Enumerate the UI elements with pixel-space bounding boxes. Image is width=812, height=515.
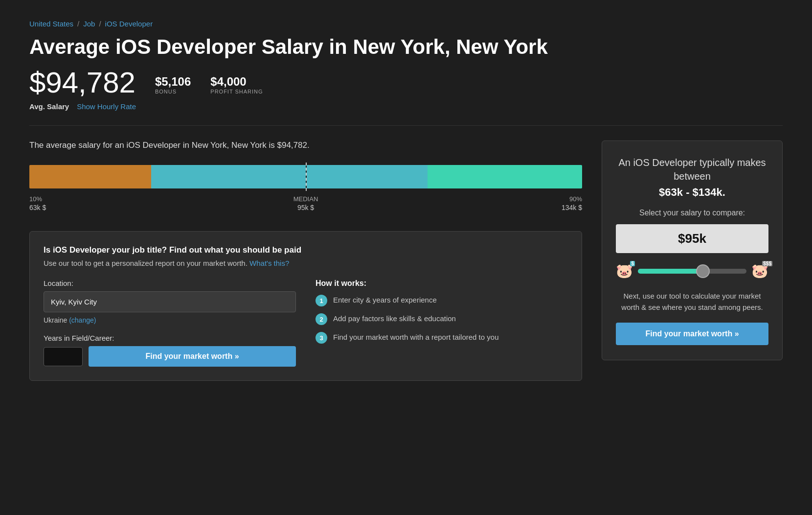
salary-bar — [29, 165, 582, 188]
years-row: Find your market worth » — [44, 346, 296, 367]
bar-label-high: 90% 134k $ — [562, 195, 582, 211]
main-salary: $94,782 — [29, 68, 135, 97]
breadcrumb: United States / Job / iOS Developer — [29, 20, 783, 28]
salary-row: $94,782 $5,106 BONUS $4,000 PROFIT SHARI… — [29, 68, 783, 97]
bar-segment-mid — [151, 165, 428, 188]
right-section: An iOS Developer typically makes between… — [602, 140, 783, 360]
right-title: An iOS Developer typically makes between — [616, 156, 768, 183]
bar-label-median: MEDIAN 95k $ — [293, 195, 318, 211]
step-text-1: Enter city & years of experience — [333, 295, 437, 305]
location-label: Location: — [44, 279, 296, 287]
page-title: Average iOS Developer Salary in New York… — [29, 36, 783, 58]
main-content: The average salary for an iOS Developer … — [29, 140, 783, 381]
bonus-label: BONUS — [155, 89, 191, 94]
tool-form: Location: Ukraine (change) Years in Fiel… — [44, 279, 568, 367]
how-step-2: 2 Add pay factors like skills & educatio… — [316, 313, 568, 325]
page-wrapper: United States / Job / iOS Developer Aver… — [0, 0, 812, 400]
salary-bar-container: 10% 63k $ MEDIAN 95k $ 90% 134k $ — [29, 165, 582, 211]
years-input[interactable] — [44, 347, 83, 366]
bar-label-low: 10% 63k $ — [29, 195, 46, 211]
dollar-right-badge: $$$ — [762, 261, 772, 266]
bar-segment-low — [29, 165, 151, 188]
tool-box: Is iOS Developer your job title? Find ou… — [29, 231, 582, 381]
salary-type-row: Avg. Salary Show Hourly Rate — [29, 102, 783, 111]
high-pct: 90% — [562, 195, 582, 203]
piggy-left-icon: 🐷 $ — [616, 263, 633, 279]
avg-salary-label: Avg. Salary — [29, 102, 69, 111]
slider-thumb[interactable] — [696, 264, 710, 278]
piggy-right-icon: 🐷 $$$ — [751, 263, 768, 279]
step-text-2: Add pay factors like skills & education — [333, 313, 456, 324]
low-val: 63k $ — [29, 204, 46, 211]
step-text-3: Find your market worth with a report tai… — [333, 332, 498, 342]
median-val: 95k $ — [293, 204, 318, 211]
profit-sharing-item: $4,000 PROFIT SHARING — [210, 75, 263, 94]
salary-slider[interactable] — [638, 269, 746, 274]
whats-this-link[interactable]: What's this? — [249, 259, 289, 267]
country-change: Ukraine (change) — [44, 316, 296, 324]
tool-box-subtitle: Use our tool to get a personalized repor… — [44, 259, 568, 267]
right-select-label: Select your salary to compare: — [616, 209, 768, 217]
form-left: Location: Ukraine (change) Years in Fiel… — [44, 279, 296, 367]
step-num-3: 3 — [316, 332, 327, 344]
profit-sharing-label: PROFIT SHARING — [210, 89, 263, 94]
change-link[interactable]: (change) — [69, 316, 96, 324]
right-range: $63k - $134k. — [616, 186, 768, 199]
breadcrumb-job[interactable]: Job — [83, 20, 95, 28]
median-pct: MEDIAN — [293, 195, 318, 203]
median-line — [306, 163, 307, 191]
step-num-1: 1 — [316, 295, 327, 306]
description-text: The average salary for an iOS Developer … — [29, 140, 582, 150]
how-title: How it works: — [316, 279, 568, 288]
show-hourly-link[interactable]: Show Hourly Rate — [77, 102, 136, 111]
step-num-2: 2 — [316, 313, 327, 325]
slider-area: 🐷 $ 🐷 $$$ — [616, 263, 768, 279]
divider — [29, 125, 783, 126]
low-pct: 10% — [29, 195, 46, 203]
bar-segment-high — [428, 165, 582, 188]
bonus-amount: $5,106 — [155, 75, 191, 89]
tool-box-title: Is iOS Developer your job title? Find ou… — [44, 245, 568, 255]
salary-extras: $5,106 BONUS $4,000 PROFIT SHARING — [155, 75, 263, 94]
location-input[interactable] — [44, 291, 296, 312]
salary-display-box: $95k — [616, 224, 768, 253]
years-label: Years in Field/Career: — [44, 334, 296, 342]
form-right: How it works: 1 Enter city & years of ex… — [316, 279, 568, 351]
breadcrumb-sep-1: / — [77, 20, 79, 28]
bonus-item: $5,106 BONUS — [155, 75, 191, 94]
bar-labels: 10% 63k $ MEDIAN 95k $ 90% 134k $ — [29, 195, 582, 211]
breadcrumb-ios-dev[interactable]: iOS Developer — [105, 20, 153, 28]
breadcrumb-sep-2: / — [99, 20, 101, 28]
dollar-left-badge: $ — [630, 261, 635, 266]
profit-sharing-amount: $4,000 — [210, 75, 263, 89]
how-step-1: 1 Enter city & years of experience — [316, 295, 568, 306]
breadcrumb-us[interactable]: United States — [29, 20, 73, 28]
right-find-worth-button[interactable]: Find your market worth » — [616, 323, 768, 345]
find-worth-button[interactable]: Find your market worth » — [89, 346, 296, 367]
right-desc: Next, use our tool to calculate your mar… — [616, 291, 768, 313]
left-section: The average salary for an iOS Developer … — [29, 140, 582, 381]
how-step-3: 3 Find your market worth with a report t… — [316, 332, 568, 344]
high-val: 134k $ — [562, 204, 582, 211]
